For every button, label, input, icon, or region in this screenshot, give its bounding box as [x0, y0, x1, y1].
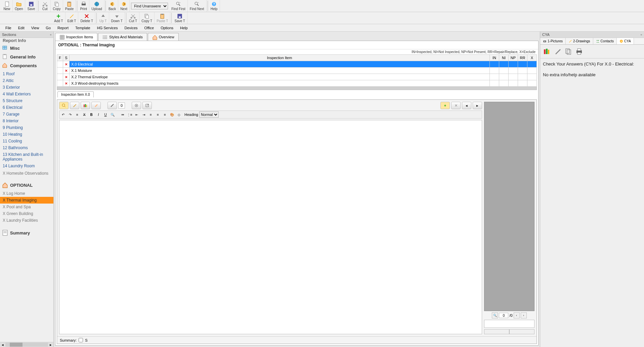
rich-text-editor[interactable] [59, 120, 482, 334]
rt-list-ordered-icon[interactable]: ≔ [120, 112, 126, 118]
rt-color-icon[interactable]: 🎨 [169, 112, 175, 118]
sidebar-item-3-exterior[interactable]: 3 Exterior [0, 84, 53, 91]
cya-print-button[interactable] [574, 47, 584, 56]
sidebar-item-x-laundry-facilities[interactable]: X Laundry Facilities [0, 217, 53, 224]
sidebar-item-x-pool-and-spa[interactable]: X Pool and Spa [0, 204, 53, 210]
find-first-button[interactable]: Find First [169, 0, 188, 12]
delete-t-button[interactable]: Delete T [78, 12, 95, 24]
edit-t-button[interactable]: Edit T [66, 12, 79, 24]
media-zoom-button[interactable]: 🔍 [492, 312, 498, 318]
rt-align-justify-icon[interactable]: ≡ [74, 112, 80, 118]
sidebar-item-12-bathrooms[interactable]: 12 Bathrooms [0, 144, 53, 151]
rt-underline-icon[interactable]: U [102, 112, 109, 118]
menu-options[interactable]: Options [157, 25, 177, 31]
tab-overview[interactable]: Overview [148, 33, 179, 41]
save-button[interactable]: Save [25, 0, 37, 12]
rt-align-center-icon[interactable]: ≡ [155, 112, 161, 118]
help-button[interactable]: ?Help [209, 0, 220, 12]
media-next-button[interactable]: › [521, 312, 527, 318]
menu-devices[interactable]: Devices [121, 25, 141, 31]
sidebar-item-homesite-observations[interactable]: X Homesite Observations [0, 170, 53, 177]
rt-format-select[interactable]: Normal [199, 112, 219, 118]
menu-report[interactable]: Report [54, 25, 72, 31]
table-row[interactable]: ✕X.1 Moisture [57, 68, 537, 74]
sidebar-item-10-heating[interactable]: 10 Heating [0, 131, 53, 138]
cya-tab-cya[interactable]: CYA [617, 38, 634, 44]
open-button[interactable]: Open [13, 0, 25, 12]
sidebar-item-6-electrical[interactable]: 6 Electrical [0, 104, 53, 111]
paste-t-button[interactable]: Paste T [155, 12, 170, 24]
editor-popout-button[interactable] [142, 102, 152, 109]
cut-button[interactable]: Cut [39, 0, 51, 12]
group-components[interactable]: Components [0, 61, 53, 70]
rt-indent-icon[interactable]: ⇥ [141, 112, 147, 118]
editor-books-button[interactable] [81, 102, 90, 109]
sidebar-item-8-interior[interactable]: 8 Interior [0, 118, 53, 124]
new-button[interactable]: New [1, 0, 13, 12]
scroll-right-icon[interactable]: ▸ [48, 343, 53, 347]
cya-edit-button[interactable] [553, 47, 562, 56]
cya-copy-button[interactable] [564, 47, 573, 56]
cut-t-button[interactable]: Cut T [127, 12, 139, 24]
rt-zoom-icon[interactable]: 🔍 [110, 112, 116, 118]
rt-align-left-icon[interactable]: ≡ [148, 112, 154, 118]
print-button[interactable]: Print [78, 0, 89, 12]
sidebar-horizontal-scrollbar[interactable]: ◂ ▸ [0, 342, 53, 347]
copy-button[interactable]: Copy [51, 0, 63, 12]
media-page-current[interactable] [499, 313, 508, 318]
summary-checkbox[interactable] [79, 338, 83, 342]
sidebar-item-5-structure[interactable]: 5 Structure [0, 97, 53, 104]
menu-hg-services[interactable]: HG Services [94, 25, 121, 31]
sidebar-item-9-plumbing[interactable]: 9 Plumbing [0, 124, 53, 131]
group-misc[interactable]: Misc [0, 44, 53, 52]
editor-magnify-button[interactable] [59, 102, 69, 109]
editor-next-media-button[interactable]: ▸ [473, 102, 482, 109]
editor-settings-button[interactable] [132, 102, 141, 109]
rt-bold-icon[interactable]: B [88, 112, 94, 118]
editor-highlight-button[interactable] [91, 102, 101, 109]
rt-clear-icon[interactable]: ◇ [176, 112, 182, 118]
group-optional[interactable]: OPTIONAL [0, 181, 53, 189]
group-summary[interactable]: Summary [0, 228, 53, 237]
find-next-button[interactable]: Find Next [188, 0, 207, 12]
menu-help[interactable]: Help [177, 25, 191, 31]
add-t-button[interactable]: Add T [52, 12, 66, 24]
cya-tab-pictures[interactable]: 1-Pictures [540, 38, 566, 44]
media-caption-input[interactable] [484, 320, 534, 328]
rt-redo-icon[interactable]: ↷ [67, 112, 73, 118]
copy-t-button[interactable]: Copy T [139, 12, 155, 24]
cya-collapse-icon[interactable]: ▫ [641, 33, 642, 37]
group-general-info[interactable]: General Info [0, 52, 53, 61]
editor-brush-button[interactable] [70, 102, 79, 109]
cya-books-button[interactable] [542, 47, 552, 56]
menu-office[interactable]: Office [141, 25, 158, 31]
tab-inspection-items[interactable]: Inspection Items [55, 33, 97, 41]
sidebar-item-13-kitchen-and-built-in-appliances[interactable]: 13 Kitchen and Built-in Appliances [0, 151, 53, 163]
media-prev-button[interactable]: ‹ [514, 312, 520, 318]
cya-tab-contacts[interactable]: Contacts [593, 38, 617, 44]
sidebar-collapse-icon[interactable]: ▫ [50, 33, 51, 37]
rt-align-right-icon[interactable]: ≡ [162, 112, 168, 118]
sidebar-item-x-thermal-imaging[interactable]: X Thermal Imaging [0, 197, 53, 204]
rt-outdent-icon[interactable]: ⇤ [134, 112, 140, 118]
down-t-button[interactable]: Down T [109, 12, 125, 24]
table-row[interactable]: ✕X.2 Thermal Envelope [57, 74, 537, 80]
sidebar-item-1-roof[interactable]: 1 Roof [0, 71, 53, 77]
sidebar-report-info-truncated[interactable]: Report Info [0, 38, 53, 44]
rt-undo-icon[interactable]: ↶ [60, 112, 66, 118]
menu-file[interactable]: File [2, 25, 15, 31]
sidebar-item-11-cooling[interactable]: 11 Cooling [0, 138, 53, 144]
sidebar-item-2-attic[interactable]: 2 Attic [0, 77, 53, 84]
editor-add-media-button[interactable]: + [440, 102, 450, 109]
sidebar-item-4-wall-exteriors[interactable]: 4 Wall Exteriors [0, 91, 53, 97]
rt-list-bullet-icon[interactable]: ⋮≡ [127, 112, 133, 118]
menu-template[interactable]: Template [72, 25, 94, 31]
scroll-left-icon[interactable]: ◂ [0, 343, 5, 347]
tab-styles-materials[interactable]: Styles And Materials [98, 33, 147, 41]
cya-tab-drawings[interactable]: 2-Drawings [566, 38, 593, 44]
menu-view[interactable]: View [28, 25, 43, 31]
paste-button[interactable]: Paste [63, 0, 76, 12]
next-button[interactable]: Next [118, 0, 130, 12]
editor-item-tab[interactable]: Inspection Item X.0 [57, 91, 94, 97]
save-t-button[interactable]: Save T [172, 12, 187, 24]
